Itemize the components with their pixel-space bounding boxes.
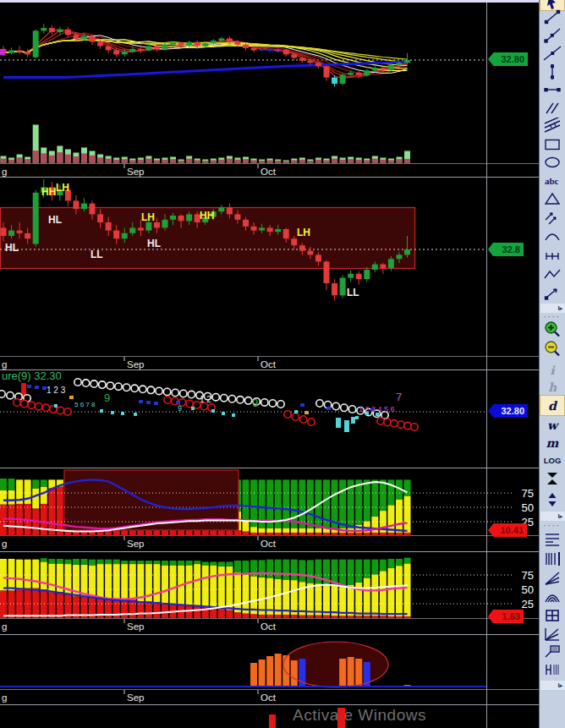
horizontal-line-tool[interactable] [540,82,564,101]
sequence-count: 1 2 [200,395,211,404]
x-axis-label: Sep [127,359,144,369]
collapse-vertical-button[interactable] [540,470,564,490]
sequence-count: 9 [178,404,182,413]
charting-app-window: gSepOctgSepOctgSepOctgSepOctgSepOctHLHHL… [0,0,565,728]
expand-panel-button-3[interactable]: I▸ [540,681,565,690]
trend-arrow-tool[interactable] [540,285,564,304]
x-axis-label: Oct [261,539,277,549]
triangle-icon [543,190,562,211]
triangle-tool[interactable] [540,191,564,210]
y-axis-tick-label: 75 [522,569,534,582]
x-axis-label: g [2,621,7,632]
text-tool[interactable]: abc [540,173,564,192]
top-border-strip [0,0,539,3]
timeframe-monthly[interactable]: m [540,435,564,451]
sequence-count: 1 2 3 [47,386,66,395]
svg-text:abc: abc [545,176,559,186]
indicator-label: ure(9) 32.30 [2,369,62,382]
oscillator-1: 755025 [0,470,534,536]
sequence-count: 9 [252,397,258,409]
timeframe-hourly-label: h [548,380,557,394]
fib-timezones-tool[interactable] [540,551,564,570]
ray-tool[interactable] [540,28,564,47]
value-tag-oscillator-1: 10.41 [488,523,527,537]
zoom-in-button[interactable] [540,321,564,340]
swing-label-ll: LL [347,287,359,298]
gannfan-icon [543,570,562,590]
grid-tool[interactable] [540,608,564,627]
swing-label-hh: HH [41,186,56,198]
log-scale-button[interactable]: LOG [540,453,564,468]
trendline-tool[interactable] [540,9,564,28]
callout-icon [543,643,562,663]
zoomout-icon [543,340,562,360]
fibretr-icon [543,531,562,551]
zoom-out-button[interactable] [540,341,564,359]
cycle-lines-tool[interactable] [540,249,564,267]
grid-icon [543,607,562,627]
y-axis-tick-label: 50 [522,501,534,514]
y-axis-tick-label: 75 [522,487,534,500]
x-axis-label: Oct [261,167,277,177]
swing-chart: HLHHLHHLLLLHHLHHLHLL [0,179,486,301]
extended-line-tool[interactable] [540,46,564,64]
callout-tool[interactable] [540,643,564,662]
sequence-count: 1 2 3 4 5 6 [359,405,395,413]
regression-channel-tool[interactable] [540,118,564,137]
expv-icon [543,491,562,512]
timeframe-hourly[interactable]: h [540,379,564,395]
x-axis-label: Oct [261,692,277,703]
value-tag-oscillator-2: 1.63 [488,610,524,623]
x-axis-label: Oct [261,621,277,632]
fibtz-icon [543,550,562,571]
separator-dots-2: ···· [540,523,564,529]
rectangle-tool[interactable] [540,137,564,156]
activate-windows-watermark: Activate Windows [293,706,426,725]
arc-tool[interactable] [540,228,564,247]
timeframe-weekly[interactable]: w [540,417,564,433]
sequence-panel: ure(9) 32.301 2 395 6 7 81 2991 2 3 4 5 … [0,369,486,432]
signal-panel [0,642,486,687]
swing-label-lh: LH [141,211,155,223]
ellipse-tool[interactable] [540,155,564,173]
parallel-lines-tool[interactable] [540,101,564,119]
ellipse-icon [543,154,562,174]
timeframe-intraday-label: i [550,364,554,377]
x-axis-label: Sep [127,167,144,177]
expand-panel-button-2[interactable]: I▸ [540,512,565,521]
red-artifact-bar [269,714,276,728]
hline-icon [543,81,562,101]
arrow-icon [543,284,562,304]
timeframe-daily[interactable]: d [540,396,564,415]
timeframe-monthly-label: m [546,436,559,450]
x-axis-label: Sep [127,621,144,632]
fibarcs-icon [543,588,562,609]
cycle-h-tool[interactable] [540,662,564,681]
y-axis-tick-label: 50 [522,583,534,596]
x-axis-label: g [2,692,7,703]
x-axis-label: g [2,359,7,369]
swing-label-ll: LL [91,249,103,260]
fib-arcs-tool[interactable] [540,589,564,608]
expand-panel-button[interactable]: I▸ [540,304,565,313]
extline-icon [543,45,562,65]
cycle-icon [543,248,562,268]
timeframe-intraday[interactable]: i [540,362,564,378]
collv-icon [543,470,562,490]
sequence-count: 7 [396,391,402,403]
fib-retracement-tool[interactable] [540,532,564,550]
fib-extension-tool[interactable] [540,210,564,228]
red-artifact-bar [337,708,345,728]
chart-plot-area[interactable]: gSepOctgSepOctgSepOctgSepOctgSepOctHLHHL… [0,0,539,728]
price-tag-swing: 32.8 [488,243,524,256]
expand-vertical-button[interactable] [540,492,564,510]
x-axis-label: g [2,167,7,177]
swing-label-hl: HL [48,214,62,226]
zigzag-tool[interactable] [540,267,564,286]
arc-icon [543,227,562,248]
x-axis-label: Sep [127,539,144,549]
x-axis-label: Sep [127,692,144,703]
gann-fan-tool[interactable] [540,571,564,589]
trendline-icon [543,8,562,29]
vertical-line-tool[interactable] [540,64,564,83]
